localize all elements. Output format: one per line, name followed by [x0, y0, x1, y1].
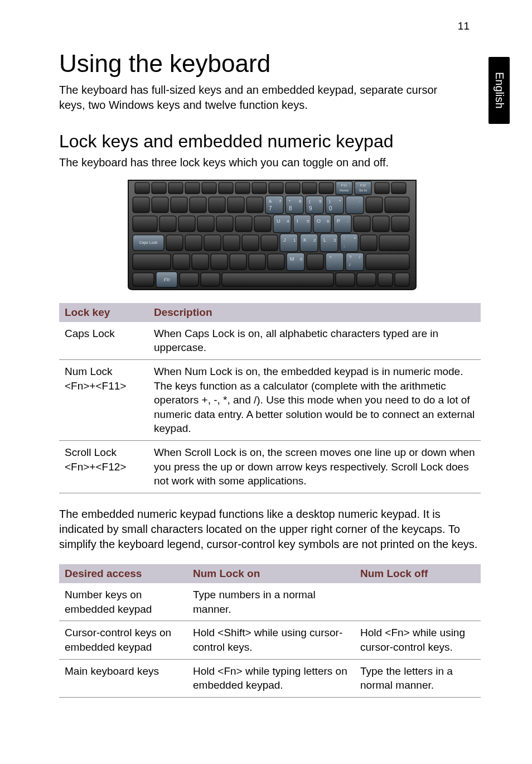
svg-rect-60 [313, 215, 331, 233]
table2-header-numlock-on: Num Lock on [187, 564, 355, 583]
svg-rect-118 [357, 273, 376, 286]
table2-header-numlock-off: Num Lock off [355, 564, 481, 583]
svg-text:7: 7 [279, 199, 282, 204]
page-title: Using the keyboard [59, 50, 485, 77]
svg-rect-45 [366, 197, 383, 213]
svg-rect-76 [261, 235, 278, 251]
svg-text:0: 0 [300, 257, 303, 262]
svg-text:1: 1 [293, 238, 296, 243]
svg-text:U: U [277, 218, 280, 224]
svg-rect-6 [235, 182, 250, 194]
svg-text:7: 7 [269, 205, 272, 212]
table-row: Scroll Lock <Fn>+<F12> When Scroll Lock … [59, 441, 481, 493]
svg-rect-91 [379, 235, 409, 251]
svg-rect-106 [346, 253, 364, 271]
svg-rect-5 [219, 182, 233, 194]
svg-rect-46 [385, 197, 409, 213]
svg-text:M: M [290, 256, 294, 262]
svg-rect-90 [360, 235, 377, 251]
svg-rect-111 [133, 273, 154, 286]
svg-rect-10 [302, 182, 317, 194]
svg-text:6: 6 [327, 219, 330, 224]
svg-text:2: 2 [313, 238, 316, 243]
svg-rect-11 [319, 182, 333, 194]
svg-text:;: ; [344, 243, 345, 248]
table2-cell: Main keyboard keys [59, 659, 187, 697]
svg-rect-83 [320, 234, 338, 252]
table2-cell: Hold <Fn> while typing letters on embedd… [187, 659, 355, 697]
svg-rect-96 [230, 254, 246, 270]
svg-text:>: > [329, 254, 332, 260]
svg-rect-57 [293, 215, 311, 233]
svg-rect-2 [168, 182, 183, 194]
svg-text:F11: F11 [341, 184, 347, 187]
svg-rect-117 [336, 273, 355, 286]
svg-text:8: 8 [299, 199, 302, 204]
svg-rect-63 [333, 215, 351, 233]
table1-cell: When Num Lock is on, the embedded keypad… [148, 359, 481, 440]
svg-text:8: 8 [289, 205, 292, 212]
svg-text:+: + [354, 236, 356, 241]
keyboard-illustration: F11 NumLk F12 Scr Lk &7 7 *8 8 (9 [126, 177, 418, 291]
svg-rect-1 [152, 182, 166, 194]
svg-rect-75 [242, 235, 259, 251]
table1-header-description: Description [148, 303, 481, 322]
svg-rect-114 [180, 273, 199, 286]
svg-rect-21 [152, 197, 168, 213]
table2-cell: Hold <Fn> while using cursor-control key… [355, 621, 481, 659]
svg-rect-51 [216, 216, 233, 232]
svg-rect-52 [235, 216, 252, 232]
svg-text:?: ? [349, 254, 352, 260]
section-heading: Lock keys and embedded numeric keypad [59, 132, 485, 151]
table2-header-desired: Desired access [59, 564, 187, 583]
svg-text:3: 3 [333, 238, 336, 243]
svg-text:9: 9 [319, 199, 322, 204]
svg-rect-24 [209, 197, 225, 213]
keypad-paragraph: The embedded numeric keypad functions li… [59, 507, 483, 552]
svg-rect-116 [222, 273, 333, 286]
svg-rect-97 [249, 254, 265, 270]
svg-text:*: * [289, 199, 291, 204]
svg-text:*: * [339, 199, 341, 204]
svg-rect-120 [395, 273, 409, 286]
svg-rect-23 [190, 197, 206, 213]
svg-rect-0 [135, 182, 149, 194]
table-row: Number keys on embedded keypad Type numb… [59, 583, 481, 621]
table2-cell: Cursor-control keys on embedded keypad [59, 621, 187, 659]
svg-text:(: ( [309, 199, 311, 204]
svg-rect-71 [166, 235, 183, 251]
svg-rect-66 [354, 216, 370, 232]
table1-cell: When Scroll Lock is on, the screen moves… [148, 441, 481, 493]
page-number: 11 [458, 20, 470, 32]
svg-rect-93 [173, 254, 190, 270]
svg-text:P: P [337, 218, 340, 224]
svg-text:4: 4 [287, 219, 289, 224]
svg-text:0: 0 [329, 205, 332, 212]
document-page: 11 English Using the keyboard The keyboa… [0, 0, 532, 764]
table-row: Cursor-control keys on embedded keypad H… [59, 621, 481, 659]
table2-cell [355, 583, 481, 621]
language-tab: English [489, 57, 510, 124]
svg-rect-119 [378, 273, 393, 286]
section-subtext: The keyboard has three lock keys which y… [59, 156, 485, 169]
table1-cell: When Caps Lock is on, all alphabetic cha… [148, 322, 481, 360]
svg-text:&: & [269, 199, 272, 204]
intro-paragraph: The keyboard has full-sized keys and an … [59, 83, 449, 113]
svg-rect-26 [246, 197, 263, 213]
svg-text:-: - [347, 219, 349, 224]
table1-header-lockkey: Lock key [59, 303, 148, 322]
svg-rect-50 [197, 216, 214, 232]
svg-rect-74 [223, 235, 240, 251]
svg-rect-49 [178, 216, 195, 232]
svg-text:F12: F12 [360, 184, 366, 187]
table1-cell: Caps Lock [59, 322, 148, 360]
svg-rect-67 [373, 216, 389, 232]
svg-rect-8 [269, 182, 283, 194]
svg-rect-53 [254, 216, 271, 232]
table2-cell: Type the letters in a normal manner. [355, 659, 481, 697]
svg-text:NumLk: NumLk [340, 189, 349, 192]
svg-rect-25 [228, 197, 244, 213]
svg-text:): ) [329, 199, 331, 204]
svg-rect-20 [133, 197, 149, 213]
svg-rect-98 [268, 254, 284, 270]
